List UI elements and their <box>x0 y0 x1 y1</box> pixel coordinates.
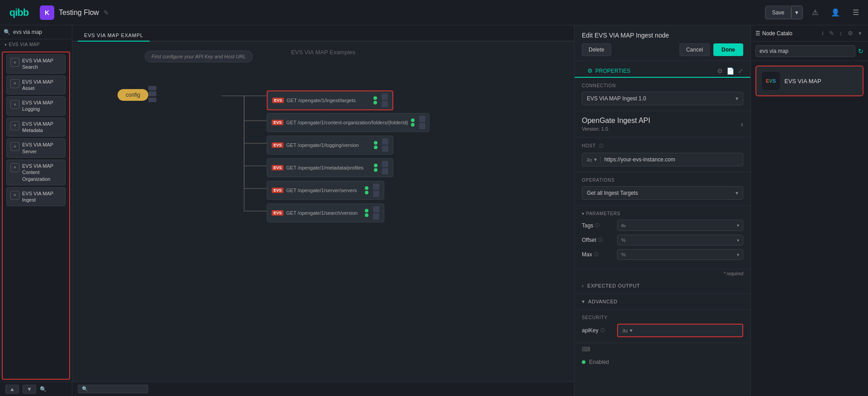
flow-node-metadata[interactable]: EVS GET /opengate/1/metadata/profiles <box>267 158 393 177</box>
evs-tag-5: EVS <box>272 210 283 216</box>
canvas-area[interactable]: EVS VIA MAP Examples <box>72 42 574 396</box>
api-collapse-button[interactable]: ‹ <box>741 120 743 128</box>
nav-down-button[interactable]: ▼ <box>23 385 36 394</box>
sidebar-node-asset[interactable]: ≡ EVS VIA MAPAsset <box>6 75 66 95</box>
flow-node-label-1: GET /opengate/1/content-organization/fol… <box>286 120 408 125</box>
param-label-offset: Offset ⓘ <box>582 237 613 243</box>
sidebar-node-server[interactable]: ≡ EVS VIA MAPServer <box>6 138 66 158</box>
tab-evs-via-map[interactable]: EVS VIA MAP EXAMPL <box>78 30 150 42</box>
props-settings-icon[interactable]: ⚙ <box>717 67 723 75</box>
host-info-icon: ⓘ <box>599 143 604 148</box>
flow-node-ingest-targets[interactable]: EVS GET /opengate/1/ingest/targets <box>267 90 393 110</box>
node-icon-metadata: ≡ <box>10 121 19 130</box>
catalog-search-input[interactable] <box>755 45 855 57</box>
node-dots-4 <box>365 186 368 194</box>
sidebar-node-asset-label: EVS VIA MAPAsset <box>22 79 53 92</box>
catalog-sort-icon[interactable]: ↕ <box>838 29 844 38</box>
sidebar-node-ingest-label: EVS VIA MAPIngest <box>22 190 53 203</box>
max-info-icon: ⓘ <box>594 251 599 258</box>
save-button[interactable]: Save <box>765 6 791 19</box>
node-catalog: ☰ Node Catalo i ✎ ↕ ⚙ ▾ ↻ EVS EVS VIA MA… <box>750 25 868 396</box>
catalog-edit-icon[interactable]: ✎ <box>827 29 836 38</box>
evs-tag-2: EVS <box>272 142 283 148</box>
props-file-icon[interactable]: 📄 <box>726 67 734 75</box>
top-header: qibb K Testing Flow ✎ Save ▾ ⚠ 👤 ☰ <box>0 0 868 25</box>
sidebar-node-metadata[interactable]: ≡ EVS VIA MAPMetadata <box>6 118 66 137</box>
catalog-list-icon: ☰ <box>755 30 760 37</box>
node-icon-server: ≡ <box>10 142 19 151</box>
warning-icon-button[interactable]: ⚠ <box>808 6 822 19</box>
node-boxes-5 <box>373 206 379 220</box>
enabled-status-dot <box>582 360 585 364</box>
param-input-offset[interactable]: % ▾ <box>617 235 743 245</box>
sidebar-node-logging-label: EVS VIA MAPLogging <box>22 99 53 113</box>
flow-name: Testing Flow <box>59 9 99 17</box>
flow-node-folders[interactable]: EVS GET /opengate/1/content-organization… <box>267 113 429 132</box>
edit-flow-icon[interactable]: ✎ <box>104 9 109 16</box>
user-icon-button[interactable]: 👤 <box>827 6 844 19</box>
evs-tag-0: EVS <box>272 98 284 103</box>
enabled-label: Enabled <box>589 359 609 365</box>
flow-node-logging[interactable]: EVS GET /opengate/1/logging/version <box>267 136 393 155</box>
catalog-search-row: ↻ <box>751 42 868 61</box>
api-info-section: OpenGate Ingest API Version: 1.0 ‹ <box>575 111 750 137</box>
host-section: HOST ⓘ a₂ ▾ https://your-evs-instance.co… <box>575 137 750 172</box>
flow-node-label-5: GET /opengate/1/search/version <box>286 210 358 216</box>
sidebar-node-search[interactable]: ≡ EVS VIA MAPSearch <box>6 54 66 74</box>
props-expand-icon[interactable]: ⤢ <box>738 67 743 75</box>
host-field[interactable]: a₂ ▾ https://your-evs-instance.com <box>582 153 743 166</box>
search-bottom-icon: 🔍 <box>40 386 47 392</box>
delete-button[interactable]: Delete <box>582 43 611 56</box>
param-tag-max: % <box>621 252 626 257</box>
catalog-title: ☰ Node Catalo <box>755 30 819 37</box>
security-section: SECURITY apiKey ⓘ a₂ ▾ <box>575 310 750 343</box>
node-dots-0 <box>373 96 377 104</box>
offset-chevron-icon: ▾ <box>737 238 739 243</box>
flow-node-label-4: GET /opengate/1/server/servers <box>286 188 357 193</box>
node-icon-content-org: ≡ <box>10 163 19 172</box>
properties-tab[interactable]: ⚙ Properties <box>582 65 636 78</box>
operations-label: OPERATIONS <box>582 178 743 183</box>
config-node[interactable]: config <box>118 89 148 101</box>
max-chevron-icon: ▾ <box>737 252 739 257</box>
advanced-row[interactable]: ▾ ADVANCED <box>575 294 750 310</box>
catalog-chevron-down-icon[interactable]: ▾ <box>857 29 863 38</box>
api-title-text: OpenGate Ingest API Version: 1.0 <box>582 117 650 132</box>
param-row-tags: Tags ⓘ a₂ ▾ <box>582 220 743 231</box>
panel-code-icon[interactable]: ⌨ <box>582 346 590 353</box>
host-label: HOST ⓘ <box>582 143 743 149</box>
canvas-search-input[interactable] <box>90 387 144 392</box>
catalog-evs-node-card[interactable]: EVS EVS VIA MAP <box>755 66 863 96</box>
api-version: Version: 1.0 <box>582 126 650 132</box>
sidebar-node-ingest[interactable]: ≡ EVS VIA MAPIngest <box>6 187 66 207</box>
catalog-refresh-icon[interactable]: ↻ <box>858 47 863 55</box>
node-boxes-0 <box>382 94 388 107</box>
param-row-max: Max ⓘ % ▾ <box>582 249 743 260</box>
save-dropdown-button[interactable]: ▾ <box>791 6 802 19</box>
flow-node-server[interactable]: EVS GET /opengate/1/server/servers <box>267 181 384 200</box>
sidebar-node-content-org[interactable]: ≡ EVS VIA MAPContentOrganization <box>6 160 66 185</box>
input-connector[interactable] <box>148 86 156 96</box>
connection-select[interactable]: EVS VIA MAP Ingest 1.0 ▾ <box>582 92 743 105</box>
param-input-tags[interactable]: a₂ ▾ <box>617 220 743 231</box>
sidebar-search-input[interactable] <box>13 29 81 35</box>
evs-tag-4: EVS <box>272 188 283 193</box>
done-button[interactable]: Done <box>713 43 743 56</box>
evs-tag-3: EVS <box>272 165 283 170</box>
nav-up-button[interactable]: ▲ <box>5 385 19 394</box>
menu-icon-button[interactable]: ☰ <box>849 6 863 19</box>
param-row-offset: Offset ⓘ % ▾ <box>582 235 743 245</box>
param-input-max[interactable]: % ▾ <box>617 249 743 260</box>
flow-node-search[interactable]: EVS GET /opengate/1/search/version <box>267 203 384 222</box>
api-key-input[interactable]: a₂ ▾ <box>617 324 743 337</box>
expected-output-row[interactable]: › EXPECTED OUTPUT <box>575 278 750 294</box>
sidebar-node-logging[interactable]: ≡ EVS VIA MAPLogging <box>6 96 66 116</box>
logo: qibb <box>5 4 33 22</box>
cancel-button[interactable]: Cancel <box>679 43 710 56</box>
node-icon-search: ≡ <box>10 58 19 67</box>
parameters-label: ▾ PARAMETERS <box>582 211 743 216</box>
host-url-value: https://your-evs-instance.com <box>604 156 738 163</box>
catalog-gear-icon[interactable]: ⚙ <box>846 29 855 38</box>
operations-select[interactable]: Get all Ingest Targets ▾ <box>582 186 743 200</box>
catalog-info-icon[interactable]: i <box>821 29 826 38</box>
